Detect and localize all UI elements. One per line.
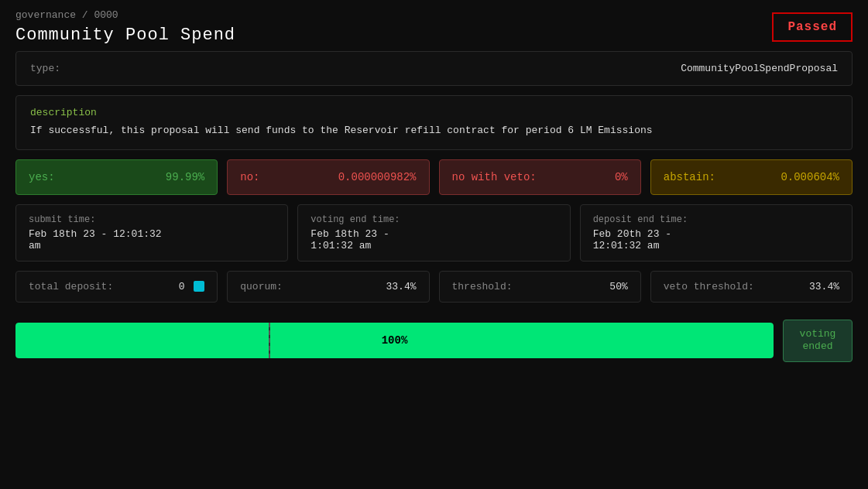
type-value: CommunityPoolSpendProposal [681,63,838,74]
deposit-token-icon [194,281,204,292]
submit-time-value: Feb 18th 23 - 12:01:32 am [29,228,275,251]
vote-no-card: no: 0.000000982% [227,159,429,195]
voting-end-label: voting end time: [310,214,557,225]
vote-no-label: no: [240,171,259,183]
vote-abstain-card: abstain: 0.000604% [650,159,853,195]
threshold-card: threshold: 50% [439,271,641,303]
page-title: Community Pool Spend [15,26,235,45]
voting-ended-button: voting ended [783,320,853,363]
voting-end-card: voting end time: Feb 18th 23 - 1:01:32 a… [297,204,570,262]
description-text: If successful, this proposal will send f… [30,123,838,138]
vote-no-value: 0.000000982% [338,171,417,183]
quorum-label: quorum: [240,281,283,292]
vote-abstain-label: abstain: [664,171,715,183]
submit-time-label: submit time: [29,214,275,225]
vote-yes-card: yes: 99.99% [15,159,218,195]
total-deposit-card: total deposit: 0 [15,271,218,303]
vote-abstain-value: 0.000604% [781,171,839,183]
progress-section: 100% voting ended [0,312,868,378]
veto-threshold-label: veto threshold: [664,281,754,292]
vote-yes-label: yes: [29,171,55,183]
stats-row: total deposit: 0 quorum: 33.4% threshold… [15,271,853,303]
quorum-value: 33.4% [386,281,416,292]
description-card: description If successful, this proposal… [15,95,853,150]
breadcrumb: governance / 0000 [15,9,235,21]
vote-veto-value: 0% [615,171,628,183]
deposit-end-label: deposit end time: [593,214,839,225]
voting-end-value: Feb 18th 23 - 1:01:32 am [310,228,557,251]
vote-yes-value: 99.99% [166,171,204,183]
total-deposit-label: total deposit: [29,281,113,292]
vote-veto-label: no with veto: [452,171,537,183]
type-label: type: [30,63,60,74]
progress-bar-container: 100% [15,323,774,358]
total-deposit-value: 0 [179,281,205,292]
threshold-value: 50% [609,281,627,292]
progress-label: 100% [15,334,774,347]
quorum-card: quorum: 33.4% [227,271,429,303]
threshold-label: threshold: [452,281,513,292]
submit-time-card: submit time: Feb 18th 23 - 12:01:32 am [15,204,288,262]
times-row: submit time: Feb 18th 23 - 12:01:32 am v… [15,204,853,262]
veto-threshold-card: veto threshold: 33.4% [650,271,853,303]
vote-veto-card: no with veto: 0% [439,159,641,195]
vote-row: yes: 99.99% no: 0.000000982% no with vet… [15,159,853,195]
type-card: type: CommunityPoolSpendProposal [15,51,853,86]
deposit-end-card: deposit end time: Feb 20th 23 - 12:01:32… [580,204,853,262]
description-label: description [30,107,838,118]
passed-badge: Passed [772,12,853,42]
deposit-end-value: Feb 20th 23 - 12:01:32 am [593,228,839,251]
veto-threshold-value: 33.4% [809,281,839,292]
